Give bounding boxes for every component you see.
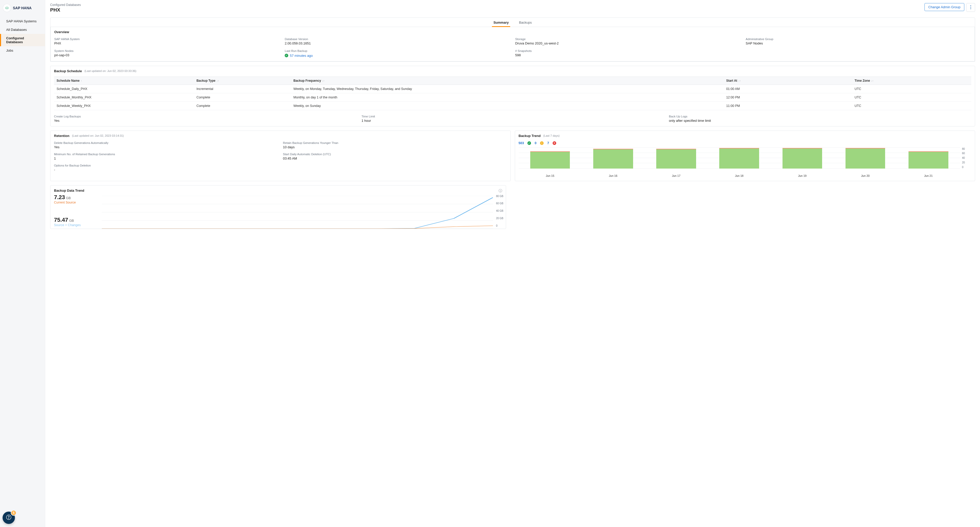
- sched-f-val-0: Yes: [54, 119, 356, 122]
- help-button[interactable]: 5: [3, 511, 15, 524]
- sidebar-item-all-databases[interactable]: All Databases: [0, 25, 45, 34]
- sidebar-item-jobs[interactable]: Jobs: [0, 46, 45, 55]
- ret-val-3: 03:45 AM: [283, 157, 507, 160]
- sched-f-lbl-1: Time Limit: [361, 115, 664, 118]
- ov-val-storage: Druva Demo 2020_us-west-2: [515, 41, 741, 45]
- table-cell: Weekly, on Sunday: [291, 102, 724, 110]
- x-tick: Jun 16: [609, 174, 617, 177]
- data-trend-panel: Backup Data Trend ⓘ 7.23 GB Current Sour…: [50, 185, 506, 229]
- current-source-value: 7.23: [54, 194, 65, 200]
- sort-icon: ↓↑: [216, 79, 219, 82]
- bar[interactable]: [908, 151, 948, 168]
- table-cell: UTC: [852, 102, 971, 110]
- trend-warn-count[interactable]: 0: [535, 141, 536, 145]
- tabs: Summary Backups: [50, 18, 975, 27]
- table-cell: Complete: [194, 102, 291, 110]
- trend-chart: 503 ✓ 0 ! 7 ✕ 806040200 Jun 15Jun 16Jun …: [519, 141, 972, 177]
- table-row[interactable]: Schedule_Weekly_PHXCompleteWeekly, on Su…: [54, 102, 971, 110]
- y-tick: 0: [496, 224, 503, 227]
- sidebar-item-systems[interactable]: SAP HANA Systems: [0, 17, 45, 25]
- table-cell: Monthly, on day 1 of the month: [291, 93, 724, 102]
- table-cell: 01:00 AM: [724, 84, 852, 93]
- ov-lbl-lastrun: Last Run Backup: [285, 49, 510, 52]
- ov-lbl-system: SAP HANA System: [54, 38, 280, 41]
- source-changes-value: 75.47: [54, 217, 68, 223]
- sidebar: SAP HANA SAP HANA Systems All Databases …: [0, 0, 45, 527]
- main-content: Configured Databases PHX Change Admin Gr…: [45, 0, 980, 527]
- table-cell: Incremental: [194, 84, 291, 93]
- sort-icon: ↓↑: [738, 79, 741, 82]
- trend-sub: (Last 7 days): [543, 134, 560, 137]
- x-tick: Jun 15: [546, 174, 554, 177]
- schedule-panel: Backup Schedule (Last updated on: Jun 02…: [50, 66, 975, 126]
- x-tick: Jun 20: [861, 174, 870, 177]
- table-cell: UTC: [852, 93, 971, 102]
- bar[interactable]: [845, 148, 885, 168]
- sort-icon: ↓↑: [322, 79, 325, 82]
- bar[interactable]: [783, 148, 822, 168]
- bar[interactable]: [593, 149, 633, 168]
- table-row[interactable]: Schedule_Daily_PHXIncrementalWeekly, on …: [54, 84, 971, 93]
- ret-lbl-2: Minimum No. of Retained Backup Generatio…: [54, 152, 278, 156]
- ov-lbl-nodes: System Nodes: [54, 49, 280, 52]
- ret-val-0: Yes: [54, 145, 278, 149]
- trend-title: Backup Trend: [519, 134, 541, 138]
- notification-badge: 5: [11, 510, 16, 516]
- svg-point-1: [8, 518, 9, 518]
- table-cell: Schedule_Weekly_PHX: [54, 102, 194, 110]
- overview-title: Overview: [54, 30, 971, 34]
- info-icon[interactable]: ⓘ: [499, 189, 502, 194]
- ov-val-system: PHX: [54, 41, 280, 45]
- ov-lbl-dbver: Database Version: [285, 38, 510, 41]
- table-cell: Complete: [194, 93, 291, 102]
- trend-err-count[interactable]: 7: [547, 141, 549, 145]
- sidebar-item-configured-databases[interactable]: Configured Databases: [0, 34, 45, 46]
- ov-lbl-admingrp: Administrative Group: [746, 38, 971, 41]
- col-backup-type[interactable]: Backup Type↓↑: [194, 76, 291, 84]
- breadcrumb[interactable]: Configured Databases: [50, 3, 81, 7]
- tab-summary[interactable]: Summary: [492, 18, 510, 27]
- question-icon: [6, 514, 11, 521]
- ret-lbl-3: Start Daily Automatic Deletion (UTC): [283, 152, 507, 156]
- bar[interactable]: [530, 151, 570, 168]
- table-cell: 12:00 PM: [724, 93, 852, 102]
- ov-link-lastrun[interactable]: 57 minutes ago: [290, 54, 313, 57]
- bar[interactable]: [719, 148, 759, 168]
- x-tick: Jun 18: [735, 174, 743, 177]
- app-title: SAP HANA: [13, 6, 32, 10]
- col-timezone[interactable]: Time Zone↓↑: [852, 76, 971, 84]
- col-frequency[interactable]: Backup Frequency↓↑: [291, 76, 724, 84]
- sidebar-header: SAP HANA: [0, 1, 45, 17]
- tab-backups[interactable]: Backups: [517, 18, 533, 27]
- ret-lbl-4: Options for Backup Deletion: [54, 164, 278, 167]
- y-tick: 60 GB: [496, 202, 503, 205]
- more-actions-button[interactable]: [966, 3, 975, 12]
- sched-f-lbl-0: Create Log Backups: [54, 115, 356, 118]
- svg-point-4: [970, 8, 971, 9]
- svg-point-2: [970, 5, 971, 6]
- table-cell: 11:00 PM: [724, 102, 852, 110]
- sched-f-val-1: 1 hour: [361, 119, 664, 122]
- bar[interactable]: [656, 149, 696, 168]
- ov-lbl-storage: Storage: [515, 38, 741, 41]
- y-tick: 80 GB: [496, 195, 503, 198]
- schedule-table: Schedule Name↑ Backup Type↓↑ Backup Freq…: [54, 76, 971, 110]
- retention-title: Retention: [54, 134, 70, 138]
- table-cell: Weekly, on Monday, Tuesday, Wednesday, T…: [291, 84, 724, 93]
- x-tick: Jun 17: [672, 174, 681, 177]
- col-schedule-name[interactable]: Schedule Name↑: [54, 76, 194, 84]
- check-icon: ✓: [285, 54, 288, 57]
- col-start-at[interactable]: Start At↓↑: [724, 76, 852, 84]
- table-row[interactable]: Schedule_Monthly_PHXCompleteMonthly, on …: [54, 93, 971, 102]
- table-cell: Schedule_Monthly_PHX: [54, 93, 194, 102]
- ov-val-nodes: pri-sap-03: [54, 53, 280, 57]
- ov-link-admingrp[interactable]: SAP Nodes: [746, 41, 971, 45]
- status-warn-icon: !: [540, 141, 544, 145]
- status-err-icon: ✕: [553, 141, 556, 145]
- sort-asc-icon: ↑: [81, 79, 82, 82]
- sched-f-val-2: only after specified time limit: [669, 119, 971, 122]
- trend-panel: Backup Trend (Last 7 days) 503 ✓ 0 ! 7 ✕…: [515, 130, 975, 181]
- trend-ok-count[interactable]: 503: [519, 141, 524, 145]
- kebab-icon: [970, 5, 971, 10]
- change-admin-group-button[interactable]: Change Admin Group: [924, 3, 964, 11]
